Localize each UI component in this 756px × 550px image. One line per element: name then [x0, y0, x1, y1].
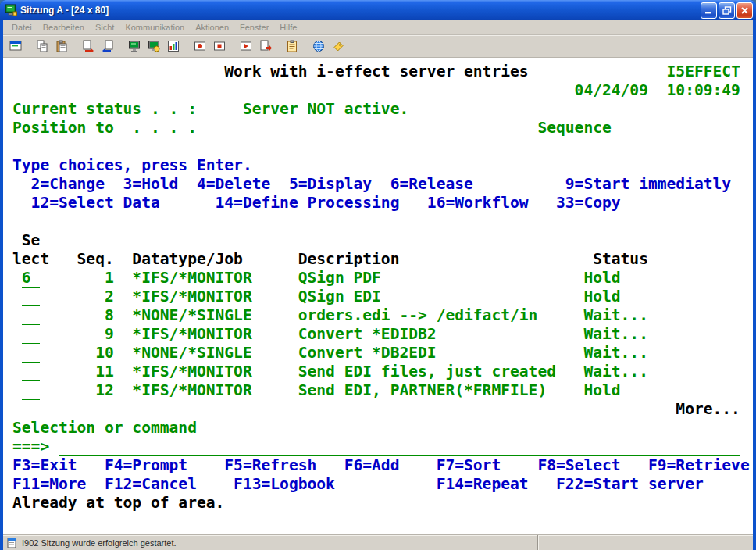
menu-bar: Datei Bearbeiten Sicht Kommunikation Akt… [3, 20, 753, 35]
stop-macro-button[interactable] [209, 37, 229, 55]
terminal-text [12, 325, 22, 343]
menu-item-bearbeiten[interactable]: Bearbeiten [37, 21, 90, 34]
terminal-text: Sequence [270, 119, 611, 137]
menu-item-hilfe[interactable]: Hilfe [274, 21, 302, 34]
terminal-input-field[interactable] [234, 119, 270, 138]
menu-item-fenster[interactable]: Fenster [234, 21, 274, 34]
record-macro-button[interactable] [190, 37, 209, 55]
terminal-text: Position to . . . . [12, 119, 234, 137]
terminal-row: Already at top of area. [12, 494, 753, 512]
close-icon [740, 6, 749, 15]
close-button[interactable] [736, 2, 753, 19]
window-title: Sitzung A - [24 x 80] [20, 5, 701, 16]
web-browser-button[interactable] [308, 37, 328, 55]
run-macro-icon [259, 40, 272, 52]
terminal-row: 6 1 *IFS/*MONITOR QSign PDF Hold [12, 269, 753, 288]
terminal-input-field[interactable] [22, 381, 41, 400]
menu-item-sicht[interactable]: Sicht [90, 21, 119, 34]
menu-item-kommunikation[interactable]: Kommunikation [119, 21, 190, 34]
terminal-row [12, 212, 753, 231]
terminal-text: 12 *IFS/*MONITOR Send EDI, PARTNER(*FRMF… [40, 381, 620, 399]
terminal-text: Selection or command [12, 419, 197, 437]
paste-icon [55, 40, 68, 52]
terminal-text: 2=Change 3=Hold 4=Delete 5=Display 6=Rel… [12, 175, 731, 193]
clipboard-icon [286, 40, 298, 52]
terminal-row: 11 *IFS/*MONITOR Send EDI files, just cr… [12, 362, 753, 381]
display-session-icon [128, 40, 141, 52]
receive-file-icon [102, 40, 114, 52]
terminal-screen[interactable]: Work with i-effect server entries I5EFFE… [3, 58, 753, 534]
terminal-row: 12 *IFS/*MONITOR Send EDI, PARTNER(*FRMF… [12, 381, 753, 400]
terminal-input-field[interactable] [59, 438, 740, 456]
status-bar: I902 Sitzung wurde erfolgreich gestartet… [3, 534, 753, 550]
clipboard-button[interactable] [282, 37, 301, 55]
graph-button[interactable] [163, 37, 183, 55]
terminal-row: 2=Change 3=Hold 4=Delete 5=Display 6=Rel… [12, 175, 753, 194]
terminal-text: lect Seq. Datatype/Job Description Statu… [12, 250, 648, 268]
terminal-row: 10 *NONE/*SINGLE Convert *DB2EDI Wait... [12, 344, 753, 362]
terminal-row: F11=More F12=Cancel F13=Logbook F14=Repe… [12, 475, 753, 494]
play-macro-button[interactable] [236, 37, 255, 55]
paste-button[interactable] [52, 37, 71, 55]
copy-button[interactable] [32, 37, 52, 55]
terminal-text: Work with i-effect server entries [12, 62, 529, 80]
display-setup-button[interactable] [144, 37, 163, 55]
terminal-input-field[interactable]: 6 [22, 269, 41, 288]
terminal-text: 2 *IFS/*MONITOR QSign EDI Hold [40, 288, 620, 305]
terminal-text: Already at top of area. [12, 494, 224, 512]
terminal-text: 11 *IFS/*MONITOR Send EDI files, just cr… [40, 362, 648, 380]
menu-item-datei[interactable]: Datei [6, 21, 37, 34]
terminal-row: 2 *IFS/*MONITOR QSign EDI Hold [12, 288, 753, 306]
terminal-row: Position to . . . . Sequence [12, 119, 753, 138]
new-session-button[interactable] [5, 37, 25, 55]
terminal-input-field[interactable] [22, 325, 41, 344]
terminal-row: Type choices, press Enter. [12, 156, 753, 175]
restore-button[interactable] [719, 2, 735, 19]
menu-item-aktionen[interactable]: Aktionen [190, 21, 234, 34]
terminal-text: ===> [12, 438, 59, 455]
terminal-text: 12=Select Data 14=Define Processing 16=W… [12, 194, 621, 212]
terminal-text [12, 269, 22, 287]
keyboard-map-button[interactable] [328, 37, 348, 55]
terminal-input-field[interactable] [22, 344, 41, 362]
receive-file-button[interactable] [98, 37, 117, 55]
minimize-button[interactable] [701, 2, 717, 19]
terminal-text: 10 *NONE/*SINGLE Convert *DB2EDI Wait... [40, 344, 648, 362]
terminal-text: Se [12, 231, 40, 249]
toolbar [3, 35, 753, 58]
play-macro-icon [240, 40, 252, 52]
terminal-row: lect Seq. Datatype/Job Description Statu… [12, 250, 753, 269]
terminal-row: 9 *IFS/*MONITOR Convert *EDIDB2 Wait... [12, 325, 753, 344]
terminal-row [12, 138, 753, 156]
terminal-text: 04/24/09 10:09:49 [12, 81, 740, 99]
session-app-icon[interactable] [5, 4, 17, 16]
display-setup-icon [148, 40, 160, 52]
status-message-panel: I902 Sitzung wurde erfolgreich gestartet… [3, 535, 537, 550]
terminal-text [12, 362, 22, 380]
record-macro-icon [194, 40, 206, 52]
new-session-icon [9, 40, 22, 52]
display-session-button[interactable] [124, 37, 144, 55]
terminal-row: 04/24/09 10:09:49 [12, 81, 753, 100]
terminal-text: F11=More F12=Cancel F13=Logbook F14=Repe… [12, 475, 704, 493]
status-secondary-panel [537, 535, 753, 550]
copy-icon [36, 40, 48, 52]
terminal-text [12, 306, 22, 324]
send-file-button[interactable] [78, 37, 98, 55]
status-message: I902 Sitzung wurde erfolgreich gestartet… [22, 538, 177, 548]
run-macro-button[interactable] [255, 37, 275, 55]
terminal-input-field[interactable] [22, 288, 41, 306]
app-window: Sitzung A - [24 x 80] Datei Bearbeiten S… [0, 0, 756, 550]
terminal-input-field[interactable] [22, 362, 41, 381]
graph-icon [167, 40, 180, 52]
terminal-row: F3=Exit F4=Prompt F5=Refresh F6=Add F7=S… [12, 456, 753, 475]
title-bar: Sitzung A - [24 x 80] [0, 0, 756, 20]
terminal-text: 9 *IFS/*MONITOR Convert *EDIDB2 Wait... [40, 325, 648, 343]
terminal-text: F3=Exit F4=Prompt F5=Refresh F6=Add F7=S… [12, 456, 750, 474]
terminal-row: More... [12, 400, 753, 419]
terminal-row: Selection or command [12, 419, 753, 438]
keyboard-map-icon [332, 40, 344, 52]
terminal-row: Current status . . : Server NOT active. [12, 100, 753, 119]
terminal-input-field[interactable] [22, 306, 41, 325]
minimize-icon [704, 6, 713, 14]
